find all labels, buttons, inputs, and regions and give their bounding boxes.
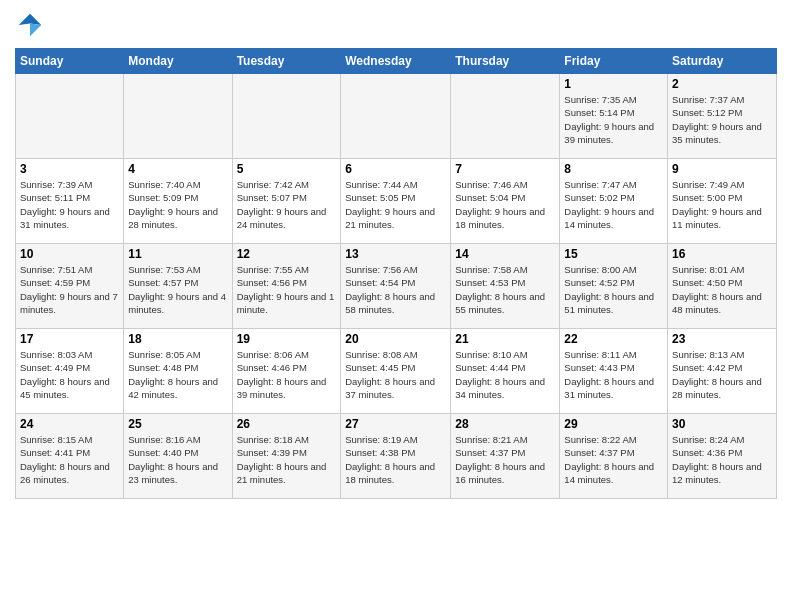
day-number: 29	[564, 417, 663, 431]
weekday-header-saturday: Saturday	[668, 49, 777, 74]
calendar-cell: 18Sunrise: 8:05 AM Sunset: 4:48 PM Dayli…	[124, 329, 232, 414]
day-number: 27	[345, 417, 446, 431]
weekday-header-sunday: Sunday	[16, 49, 124, 74]
day-number: 10	[20, 247, 119, 261]
day-number: 26	[237, 417, 337, 431]
calendar-cell	[451, 74, 560, 159]
calendar-cell: 9Sunrise: 7:49 AM Sunset: 5:00 PM Daylig…	[668, 159, 777, 244]
header	[15, 10, 777, 40]
calendar-cell: 15Sunrise: 8:00 AM Sunset: 4:52 PM Dayli…	[560, 244, 668, 329]
calendar-cell: 27Sunrise: 8:19 AM Sunset: 4:38 PM Dayli…	[341, 414, 451, 499]
calendar-cell: 8Sunrise: 7:47 AM Sunset: 5:02 PM Daylig…	[560, 159, 668, 244]
day-number: 19	[237, 332, 337, 346]
day-number: 7	[455, 162, 555, 176]
day-number: 5	[237, 162, 337, 176]
calendar-cell	[341, 74, 451, 159]
calendar-cell	[232, 74, 341, 159]
calendar-cell: 13Sunrise: 7:56 AM Sunset: 4:54 PM Dayli…	[341, 244, 451, 329]
day-info: Sunrise: 8:10 AM Sunset: 4:44 PM Dayligh…	[455, 348, 555, 401]
calendar-body: 1Sunrise: 7:35 AM Sunset: 5:14 PM Daylig…	[16, 74, 777, 499]
day-number: 11	[128, 247, 227, 261]
calendar-cell: 23Sunrise: 8:13 AM Sunset: 4:42 PM Dayli…	[668, 329, 777, 414]
day-info: Sunrise: 7:56 AM Sunset: 4:54 PM Dayligh…	[345, 263, 446, 316]
calendar-cell: 26Sunrise: 8:18 AM Sunset: 4:39 PM Dayli…	[232, 414, 341, 499]
weekday-header-friday: Friday	[560, 49, 668, 74]
day-info: Sunrise: 7:42 AM Sunset: 5:07 PM Dayligh…	[237, 178, 337, 231]
day-info: Sunrise: 8:03 AM Sunset: 4:49 PM Dayligh…	[20, 348, 119, 401]
day-number: 15	[564, 247, 663, 261]
calendar-cell: 30Sunrise: 8:24 AM Sunset: 4:36 PM Dayli…	[668, 414, 777, 499]
day-info: Sunrise: 8:19 AM Sunset: 4:38 PM Dayligh…	[345, 433, 446, 486]
day-info: Sunrise: 7:46 AM Sunset: 5:04 PM Dayligh…	[455, 178, 555, 231]
day-info: Sunrise: 8:08 AM Sunset: 4:45 PM Dayligh…	[345, 348, 446, 401]
day-number: 14	[455, 247, 555, 261]
day-info: Sunrise: 7:44 AM Sunset: 5:05 PM Dayligh…	[345, 178, 446, 231]
calendar-cell: 12Sunrise: 7:55 AM Sunset: 4:56 PM Dayli…	[232, 244, 341, 329]
weekday-header-monday: Monday	[124, 49, 232, 74]
calendar-table: SundayMondayTuesdayWednesdayThursdayFrid…	[15, 48, 777, 499]
day-info: Sunrise: 7:53 AM Sunset: 4:57 PM Dayligh…	[128, 263, 227, 316]
day-number: 6	[345, 162, 446, 176]
weekday-header-tuesday: Tuesday	[232, 49, 341, 74]
day-info: Sunrise: 8:18 AM Sunset: 4:39 PM Dayligh…	[237, 433, 337, 486]
day-number: 18	[128, 332, 227, 346]
day-number: 1	[564, 77, 663, 91]
day-info: Sunrise: 7:58 AM Sunset: 4:53 PM Dayligh…	[455, 263, 555, 316]
day-info: Sunrise: 8:22 AM Sunset: 4:37 PM Dayligh…	[564, 433, 663, 486]
calendar-cell: 6Sunrise: 7:44 AM Sunset: 5:05 PM Daylig…	[341, 159, 451, 244]
day-info: Sunrise: 7:51 AM Sunset: 4:59 PM Dayligh…	[20, 263, 119, 316]
day-number: 30	[672, 417, 772, 431]
day-info: Sunrise: 8:06 AM Sunset: 4:46 PM Dayligh…	[237, 348, 337, 401]
day-info: Sunrise: 8:00 AM Sunset: 4:52 PM Dayligh…	[564, 263, 663, 316]
day-number: 8	[564, 162, 663, 176]
calendar-cell: 3Sunrise: 7:39 AM Sunset: 5:11 PM Daylig…	[16, 159, 124, 244]
day-number: 28	[455, 417, 555, 431]
logo	[15, 10, 49, 40]
day-number: 25	[128, 417, 227, 431]
svg-marker-1	[30, 24, 41, 37]
calendar-week-1: 1Sunrise: 7:35 AM Sunset: 5:14 PM Daylig…	[16, 74, 777, 159]
weekday-header-wednesday: Wednesday	[341, 49, 451, 74]
calendar-cell: 14Sunrise: 7:58 AM Sunset: 4:53 PM Dayli…	[451, 244, 560, 329]
calendar-week-5: 24Sunrise: 8:15 AM Sunset: 4:41 PM Dayli…	[16, 414, 777, 499]
calendar-cell: 2Sunrise: 7:37 AM Sunset: 5:12 PM Daylig…	[668, 74, 777, 159]
day-number: 13	[345, 247, 446, 261]
day-info: Sunrise: 8:13 AM Sunset: 4:42 PM Dayligh…	[672, 348, 772, 401]
calendar-cell: 1Sunrise: 7:35 AM Sunset: 5:14 PM Daylig…	[560, 74, 668, 159]
day-number: 21	[455, 332, 555, 346]
day-number: 12	[237, 247, 337, 261]
calendar-cell: 22Sunrise: 8:11 AM Sunset: 4:43 PM Dayli…	[560, 329, 668, 414]
calendar-cell: 25Sunrise: 8:16 AM Sunset: 4:40 PM Dayli…	[124, 414, 232, 499]
day-number: 23	[672, 332, 772, 346]
day-number: 22	[564, 332, 663, 346]
calendar-header: SundayMondayTuesdayWednesdayThursdayFrid…	[16, 49, 777, 74]
day-info: Sunrise: 8:24 AM Sunset: 4:36 PM Dayligh…	[672, 433, 772, 486]
day-info: Sunrise: 8:21 AM Sunset: 4:37 PM Dayligh…	[455, 433, 555, 486]
day-info: Sunrise: 7:49 AM Sunset: 5:00 PM Dayligh…	[672, 178, 772, 231]
day-info: Sunrise: 7:39 AM Sunset: 5:11 PM Dayligh…	[20, 178, 119, 231]
day-info: Sunrise: 8:05 AM Sunset: 4:48 PM Dayligh…	[128, 348, 227, 401]
day-number: 20	[345, 332, 446, 346]
calendar-cell	[16, 74, 124, 159]
day-info: Sunrise: 8:11 AM Sunset: 4:43 PM Dayligh…	[564, 348, 663, 401]
weekday-header-thursday: Thursday	[451, 49, 560, 74]
day-number: 17	[20, 332, 119, 346]
day-number: 9	[672, 162, 772, 176]
day-info: Sunrise: 7:55 AM Sunset: 4:56 PM Dayligh…	[237, 263, 337, 316]
calendar-cell: 7Sunrise: 7:46 AM Sunset: 5:04 PM Daylig…	[451, 159, 560, 244]
calendar-week-3: 10Sunrise: 7:51 AM Sunset: 4:59 PM Dayli…	[16, 244, 777, 329]
day-info: Sunrise: 8:15 AM Sunset: 4:41 PM Dayligh…	[20, 433, 119, 486]
calendar-cell: 19Sunrise: 8:06 AM Sunset: 4:46 PM Dayli…	[232, 329, 341, 414]
day-number: 24	[20, 417, 119, 431]
weekday-row: SundayMondayTuesdayWednesdayThursdayFrid…	[16, 49, 777, 74]
svg-marker-0	[19, 14, 42, 25]
calendar-cell: 20Sunrise: 8:08 AM Sunset: 4:45 PM Dayli…	[341, 329, 451, 414]
calendar-cell: 5Sunrise: 7:42 AM Sunset: 5:07 PM Daylig…	[232, 159, 341, 244]
calendar-cell: 10Sunrise: 7:51 AM Sunset: 4:59 PM Dayli…	[16, 244, 124, 329]
logo-icon	[15, 10, 45, 40]
day-info: Sunrise: 7:35 AM Sunset: 5:14 PM Dayligh…	[564, 93, 663, 146]
calendar-cell: 28Sunrise: 8:21 AM Sunset: 4:37 PM Dayli…	[451, 414, 560, 499]
day-number: 2	[672, 77, 772, 91]
calendar-cell: 29Sunrise: 8:22 AM Sunset: 4:37 PM Dayli…	[560, 414, 668, 499]
calendar-cell: 17Sunrise: 8:03 AM Sunset: 4:49 PM Dayli…	[16, 329, 124, 414]
